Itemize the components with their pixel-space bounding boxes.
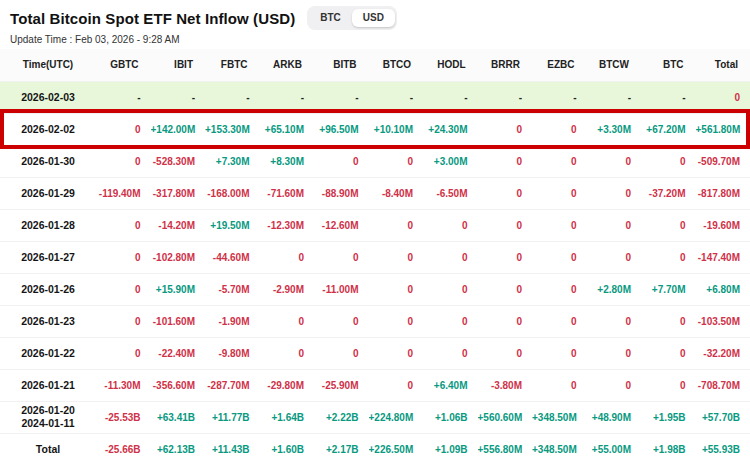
table-row: 2026-01-270-102.80M-44.60M00000000-147.4… [0,241,750,273]
value-cell: +3.00M [423,145,478,177]
value-cell: +24.30M [423,113,478,145]
value-cell: +556.80M [478,433,533,460]
value-cell: 0 [478,209,533,241]
value-cell: 0 [641,369,696,401]
value-cell: +62.13B [151,433,206,460]
value-cell: 0 [587,369,642,401]
row-date: 2026-01-27 [0,241,96,273]
value-cell: 0 [587,177,642,209]
table-row: 2026-01-260+15.90M-5.70M-2.90M-11.00M000… [0,273,750,305]
value-cell: - [587,81,642,113]
row-date: 2026-01-30 [0,145,96,177]
value-cell: -37.20M [641,177,696,209]
column-header-bitb: BITB [314,49,369,81]
value-cell: +1.09B [423,433,478,460]
value-cell: +7.30M [205,145,260,177]
value-cell: 0 [96,145,151,177]
value-cell: 0 [314,305,369,337]
value-cell: 0 [369,305,424,337]
value-cell: 0 [478,145,533,177]
value-cell: +224.80M [369,401,424,433]
value-cell: 0 [532,209,587,241]
value-cell: 0 [641,209,696,241]
value-cell: +10.10M [369,113,424,145]
value-cell: +1.95B [641,401,696,433]
currency-toggle: BTC USD [307,6,397,30]
value-cell: -101.60M [151,305,206,337]
value-cell: 0 [96,273,151,305]
value-cell: -44.60M [205,241,260,273]
value-cell: 0 [587,209,642,241]
value-cell: +55.00M [587,433,642,460]
value-cell: -25.53B [96,401,151,433]
value-cell: -32.20M [696,337,750,369]
value-cell: 0 [587,145,642,177]
column-header-btco: BTCO [369,49,424,81]
value-cell: 0 [260,337,315,369]
table-row: 2026-01-230-101.60M-1.90M00000000-103.50… [0,305,750,337]
value-cell: -817.80M [696,177,750,209]
row-date: 2026-01-23 [0,305,96,337]
value-cell: -356.60M [151,369,206,401]
value-cell: +560.60M [478,401,533,433]
topbar: Total Bitcoin Spot ETF Net Inflow (USD) … [0,0,750,28]
value-cell: +561.80M [696,113,750,145]
value-cell: - [423,81,478,113]
value-cell: +96.50M [314,113,369,145]
column-header-btc: BTC [641,49,696,81]
value-cell: -29.80M [260,369,315,401]
value-cell: -102.80M [151,241,206,273]
column-header-gbtc: GBTC [96,49,151,81]
value-cell: 0 [532,145,587,177]
value-cell: 0 [423,209,478,241]
row-date: 2026-02-03 [0,81,96,113]
toggle-btc-button[interactable]: BTC [309,9,352,27]
etf-table-wrap: Time(UTC)GBTCIBITFBTCARKBBITBBTCOHODLBRR… [0,49,750,460]
value-cell: - [532,81,587,113]
value-cell: 0 [478,113,533,145]
value-cell: 0 [532,273,587,305]
value-cell: -14.20M [151,209,206,241]
value-cell: +142.00M [151,113,206,145]
table-header-row: Time(UTC)GBTCIBITFBTCARKBBITBBTCOHODLBRR… [0,49,750,81]
table-row: 2026-01-202024-01-11-25.53B+63.41B+11.77… [0,401,750,433]
column-header-time-utc-: Time(UTC) [0,49,96,81]
value-cell: +11.77B [205,401,260,433]
table-row: Total-25.66B+62.13B+11.43B+1.60B+2.17B+2… [0,433,750,460]
value-cell: 0 [369,273,424,305]
value-cell: - [641,81,696,113]
update-time: Update Time : Feb 03, 2026 - 9:28 AM [0,28,750,49]
value-cell: - [260,81,315,113]
value-cell: -8.40M [369,177,424,209]
value-cell: -287.70M [205,369,260,401]
value-cell: 0 [369,241,424,273]
value-cell: 0 [478,305,533,337]
value-cell: -2.90M [260,273,315,305]
value-cell: +55.93B [696,433,750,460]
value-cell: +2.80M [587,273,642,305]
table-row: 2026-01-220-22.40M-9.80M00000000-32.20M [0,337,750,369]
value-cell: +3.30M [587,113,642,145]
value-cell: +1.06B [423,401,478,433]
table-row: 2026-01-21-11.30M-356.60M-287.70M-29.80M… [0,369,750,401]
value-cell: 0 [532,241,587,273]
value-cell: -11.00M [314,273,369,305]
value-cell: - [314,81,369,113]
value-cell: +1.64B [260,401,315,433]
value-cell: 0 [641,305,696,337]
row-date: 2026-01-29 [0,177,96,209]
value-cell: -5.70M [205,273,260,305]
value-cell: +8.30M [260,145,315,177]
column-header-ibit: IBIT [151,49,206,81]
value-cell: +348.50M [532,401,587,433]
value-cell: -6.50M [423,177,478,209]
value-cell: 0 [532,113,587,145]
value-cell: 0 [423,273,478,305]
row-date: 2026-01-22 [0,337,96,369]
table-row: 2026-02-020+142.00M+153.30M+65.10M+96.50… [0,113,750,145]
column-header-btcw: BTCW [587,49,642,81]
value-cell: +226.50M [369,433,424,460]
toggle-usd-button[interactable]: USD [352,9,395,27]
value-cell: +1.98B [641,433,696,460]
page-title: Total Bitcoin Spot ETF Net Inflow (USD) [10,10,295,27]
